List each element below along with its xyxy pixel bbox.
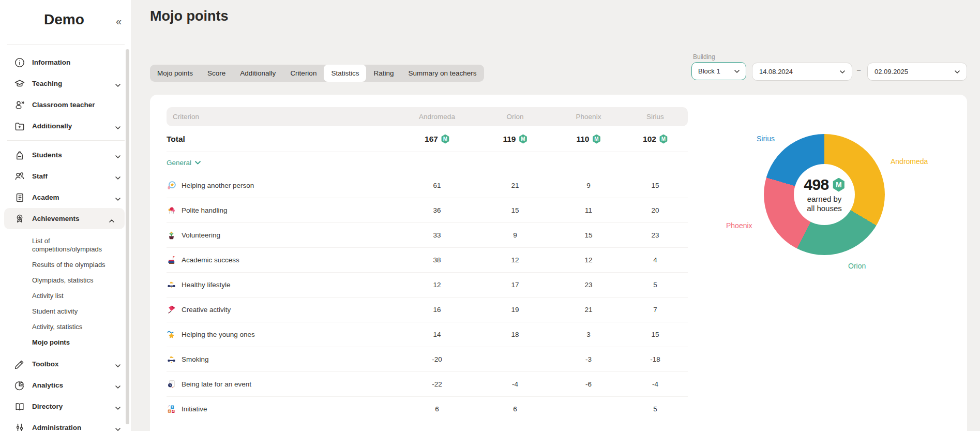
sidebar-subitem-student-activity[interactable]: Student activity [32,304,115,319]
value-andromeda: 61 [398,182,476,189]
tab-score[interactable]: Score [200,65,233,82]
sidebar-subitem-olympiads-statistics[interactable]: Olympiads, statistics [32,273,115,288]
value-orion: 6 [476,405,554,413]
sidebar-scrollbar[interactable] [126,49,129,424]
value-phoenix: 3 [554,331,623,338]
sidebar-item-staff[interactable]: Staff [0,166,131,187]
value-andromeda: 33 [398,231,476,239]
value-andromeda: -22 [398,380,476,388]
sidebar-item-toolbox[interactable]: Toolbox [0,353,131,375]
sidebar-subitem-activity-list[interactable]: Activity list [32,288,115,304]
chevron-up-icon [109,216,114,224]
sidebar-subitem-activity-statistics[interactable]: Activity, statistics [32,319,115,335]
donut-center: 498 M earned by all houses [794,164,855,225]
sidebar-item-achievements[interactable]: Achievements [4,208,125,229]
criterion-label: Being late for an event [182,380,251,388]
building-select[interactable]: Block 1 [691,62,746,80]
sidebar-item-classroom-teacher[interactable]: Classroom teacher [0,94,131,115]
app-brand: Demo [44,11,84,28]
value-orion: 18 [476,331,554,338]
late-document-icon [167,379,176,389]
value-phoenix: 9 [554,182,623,189]
sidebar-item-teaching[interactable]: Teaching [0,73,131,94]
value-orion: 15 [476,206,554,214]
value-phoenix: -6 [554,380,623,388]
tab-summary-on-teachers[interactable]: Summary on teachers [401,65,484,82]
donut-ring: 498 M earned by all houses [764,134,885,255]
criterion-label: Creative activity [182,306,231,314]
group-toggle-general[interactable]: General [167,152,688,173]
criterion-label: Healthy lifestyle [182,281,231,289]
sidebar-item-additionally[interactable]: Additionally [0,115,131,137]
sidebar-item-label: Achievements [32,215,80,222]
column-header-criterion: Criterion [167,113,398,121]
value-andromeda: -20 [398,355,476,363]
divider [7,140,125,141]
chevron-down-icon [115,404,120,412]
building-label: Building [693,53,746,61]
sidebar-item-label: Directory [32,403,63,410]
value-sirius: 15 [623,331,688,338]
sidebar-item-label: Toolbox [32,360,59,368]
sidebar-item-label: Analytics [32,381,63,389]
sidebar-item-label: Teaching [32,80,62,87]
chevron-down-icon [955,68,960,76]
total-orion: 119M [476,135,554,144]
value-orion: 12 [476,256,554,264]
sidebar-item-information[interactable]: Information [0,52,131,73]
sidebar-item-label: Academ [32,194,59,201]
content-card: CriterionAndromedaOrionPhoenixSirius Tot… [150,95,967,431]
table-row-smoking: Smoking-20-3-18 [167,347,688,371]
value-andromeda: 12 [398,281,476,289]
chart-label-andromeda: Andromeda [891,157,928,166]
houses-donut-chart: 498 M earned by all houses Sirius Androm… [719,123,962,371]
sidebar-item-academ[interactable]: Academ [0,187,131,208]
date-to-input[interactable]: 02.09.2025 [867,63,967,81]
sidebar-collapse-button[interactable]: « [116,16,122,27]
sidebar-subitem-list-of-competitions-olympiads[interactable]: List of competitions/olympiads [32,233,115,257]
tab-criterion[interactable]: Criterion [283,65,324,82]
pencils-icon [14,359,25,370]
sidebar-subitem-results-of-the-olympiads[interactable]: Results of the olympiads [32,257,115,273]
helping-hand-icon [167,181,176,190]
sidebar-item-analytics[interactable]: Analytics [0,375,131,396]
criterion-label: Helping another person [182,182,254,189]
chevron-down-icon [115,153,120,160]
open-book-icon [14,401,25,412]
value-orion: 9 [476,231,554,239]
dumbbell-crown-icon [167,354,176,364]
criteria-table: CriterionAndromedaOrionPhoenixSirius Tot… [167,107,688,421]
sidebar-submenu: List of competitions/olympiadsResults of… [0,229,131,353]
tab-statistics[interactable]: Statistics [324,65,366,82]
value-sirius: -4 [623,380,688,388]
sidebar-item-administration[interactable]: Administration [0,417,131,431]
backpack-icon [14,150,25,161]
date-range-separator: – [857,66,861,74]
chevron-down-icon [115,425,120,431]
value-phoenix: 12 [554,256,623,264]
value-andromeda: 38 [398,256,476,264]
value-andromeda: 16 [398,306,476,314]
number-blocks-icon: 123 [167,404,176,414]
svg-text:3: 3 [172,409,174,412]
table-body: Helping another person6121915Polite hand… [167,173,688,421]
chevron-down-icon [115,383,120,391]
tab-rating[interactable]: Rating [366,65,401,82]
value-andromeda: 36 [398,206,476,214]
sidebar-item-directory[interactable]: Directory [0,396,131,417]
criterion-label: Volunteering [182,231,220,239]
star-wave-icon [167,330,176,339]
column-header-andromeda: Andromeda [398,113,476,121]
tab-additionally[interactable]: Additionally [233,65,283,82]
sidebar-item-students[interactable]: Students [0,144,131,166]
table-row-helping-another-person: Helping another person6121915 [167,173,688,198]
date-from-input[interactable]: 14.08.2024 [752,63,852,81]
sidebar-subitem-mojo-points[interactable]: Mojo points [32,335,115,350]
people-icon [14,171,25,182]
criterion-label: Helping the young ones [182,331,255,338]
criterion-label: Academic success [182,256,239,264]
tab-mojo-points[interactable]: Mojo points [150,65,200,82]
sidebar-item-label: Additionally [32,122,72,130]
column-header-phoenix: Phoenix [554,113,623,121]
chart-label-orion: Orion [848,262,866,270]
